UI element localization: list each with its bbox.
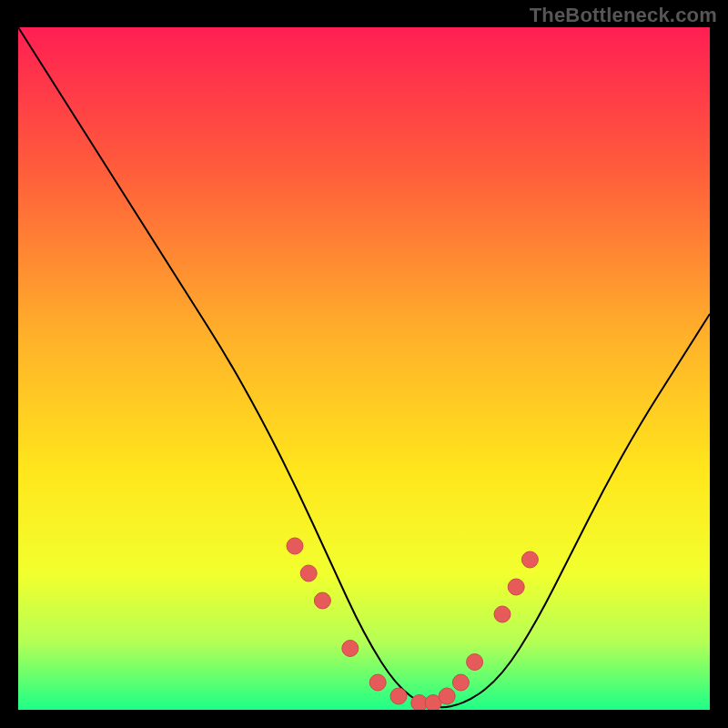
curve-marker	[342, 641, 359, 657]
chart-svg	[18, 27, 710, 710]
curve-marker	[369, 674, 386, 691]
curve-marker	[494, 606, 511, 622]
curve-marker	[287, 538, 303, 554]
curve-marker	[390, 688, 407, 704]
curve-marker	[467, 654, 483, 671]
curve-marker	[521, 551, 538, 568]
attribution-text: TheBottleneck.com	[530, 4, 717, 27]
plot-area	[18, 27, 710, 710]
curve-marker	[452, 674, 469, 691]
curve-marker	[439, 688, 455, 704]
gradient-background	[18, 27, 710, 710]
curve-marker	[300, 565, 317, 581]
curve-marker	[314, 592, 330, 609]
curve-marker	[508, 579, 524, 595]
chart-frame: TheBottleneck.com	[0, 0, 728, 728]
